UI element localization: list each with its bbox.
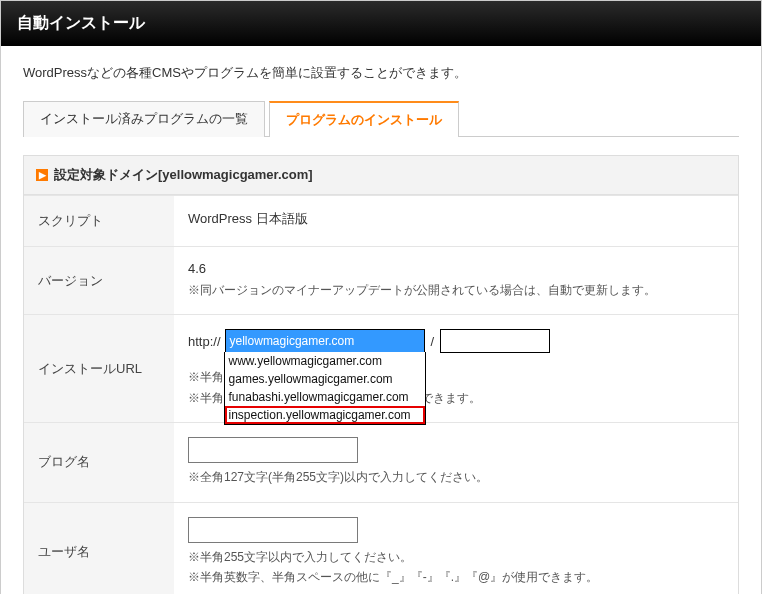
row-script-label: スクリプト (24, 196, 174, 247)
arrow-right-icon: ▶ (36, 169, 48, 181)
domain-select[interactable]: yellowmagicgamer.com (225, 329, 425, 353)
settings-table: スクリプト WordPress 日本語版 バージョン 4.6 ※同バージョンのマ… (24, 195, 738, 594)
blog-note: ※全角127文字(半角255文字)以内で入力してください。 (188, 467, 724, 487)
row-blog-cell: ※全角127文字(半角255文字)以内で入力してください。 (174, 423, 738, 502)
url-slash: / (431, 334, 435, 349)
version-value: 4.6 (188, 261, 724, 276)
tab-install-program[interactable]: プログラムのインストール (269, 101, 459, 137)
intro-text: WordPressなどの各種CMSやプログラムを簡単に設置することができます。 (1, 46, 761, 90)
version-note: ※同バージョンのマイナーアップデートが公開されている場合は、自動で更新します。 (188, 280, 724, 300)
blog-name-input[interactable] (188, 437, 358, 463)
domain-option-highlighted[interactable]: inspection.yellowmagicgamer.com (225, 406, 425, 424)
domain-option[interactable]: games.yellowmagicgamer.com (225, 370, 425, 388)
settings-panel: ▶ 設定対象ドメイン[yellowmagicgamer.com] スクリプト W… (23, 155, 739, 594)
install-path-input[interactable] (440, 329, 550, 353)
user-name-input[interactable] (188, 517, 358, 543)
page-title: 自動インストール (1, 1, 761, 46)
row-user-cell: ※半角255文字以内で入力してください。 ※半角英数字、半角スペースの他に『_』… (174, 502, 738, 594)
domain-option[interactable]: funabashi.yellowmagicgamer.com (225, 388, 425, 406)
row-blog-label: ブログ名 (24, 423, 174, 502)
row-user-label: ユーザ名 (24, 502, 174, 594)
row-install-url-label: インストールURL (24, 315, 174, 423)
tab-installed-programs[interactable]: インストール済みプログラムの一覧 (23, 101, 265, 137)
row-version-label: バージョン (24, 247, 174, 315)
domain-option[interactable]: www.yellowmagicgamer.com (225, 352, 425, 370)
row-install-url-cell: http:// yellowmagicgamer.com www.yellowm… (174, 315, 738, 423)
tab-bar: インストール済みプログラムの一覧 プログラムのインストール (23, 100, 739, 137)
row-script-value: WordPress 日本語版 (174, 196, 738, 247)
domain-dropdown: www.yellowmagicgamer.com games.yellowmag… (224, 352, 426, 425)
user-note1: ※半角255文字以内で入力してください。 (188, 547, 724, 567)
page-title-text: 自動インストール (17, 14, 145, 31)
panel-heading-text: 設定対象ドメイン[yellowmagicgamer.com] (54, 166, 313, 184)
panel-heading: ▶ 設定対象ドメイン[yellowmagicgamer.com] (24, 156, 738, 195)
row-version-cell: 4.6 ※同バージョンのマイナーアップデートが公開されている場合は、自動で更新し… (174, 247, 738, 315)
domain-select-value: yellowmagicgamer.com (230, 334, 355, 348)
tab-installed-programs-label: インストール済みプログラムの一覧 (40, 111, 248, 126)
tab-install-program-label: プログラムのインストール (286, 112, 442, 127)
url-prefix: http:// (188, 334, 221, 349)
user-note2: ※半角英数字、半角スペースの他に『_』『-』『.』『@』が使用できます。 (188, 567, 724, 587)
install-url-note2b: できます。 (421, 391, 481, 405)
